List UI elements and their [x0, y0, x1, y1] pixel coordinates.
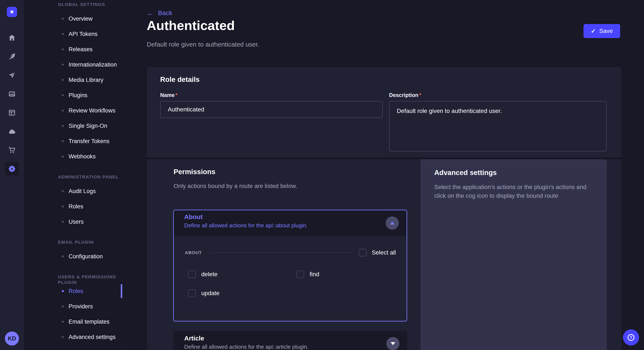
- strapi-logo[interactable]: [7, 7, 17, 17]
- action-label: update: [201, 290, 220, 297]
- save-button[interactable]: ✓ Save: [584, 24, 620, 38]
- update-checkbox[interactable]: [188, 289, 196, 297]
- subnav-item-configuration[interactable]: Configuration: [24, 249, 122, 264]
- save-button-label: Save: [599, 28, 613, 34]
- subnav-item-label: Roles: [68, 203, 83, 210]
- svg-text:?: ?: [630, 335, 632, 340]
- subnav-item-api-tokens[interactable]: API Tokens: [24, 26, 122, 42]
- bullet-icon: [62, 336, 64, 338]
- bullet-icon: [62, 18, 64, 20]
- expand-toggle-button[interactable]: [386, 337, 400, 350]
- subnav-item-single-sign-on[interactable]: Single Sign-On: [24, 118, 122, 134]
- accordion-about: About Define all allowed actions for the…: [173, 210, 407, 322]
- subnav-item-audit-logs[interactable]: Audit Logs: [24, 183, 122, 199]
- cloud-icon[interactable]: [0, 122, 24, 141]
- subnav-item-label: Transfer Tokens: [68, 138, 110, 145]
- action-label: find: [310, 271, 319, 278]
- subnav-item-label: Review Workflows: [68, 107, 116, 114]
- help-button[interactable]: ?: [623, 329, 639, 346]
- subnav-item-transfer-tokens[interactable]: Transfer Tokens: [24, 134, 122, 149]
- subnav-item-label: Advanced settings: [68, 334, 116, 341]
- bullet-icon: [62, 64, 64, 66]
- back-label: Back: [158, 9, 172, 16]
- settings-active-highlight: [5, 162, 19, 176]
- arrow-left-icon: ←: [147, 10, 154, 16]
- subnav-item-advanced-settings[interactable]: Advanced settings: [24, 329, 122, 345]
- back-link[interactable]: ← Back: [147, 9, 172, 16]
- description-textarea[interactable]: Default role given to authenticated user…: [389, 101, 606, 151]
- subnav-item-internationalization[interactable]: Internationalization: [24, 57, 122, 72]
- select-all-checkbox[interactable]: [359, 249, 366, 256]
- permission-action-update: update: [188, 289, 296, 297]
- strapi-logo-icon: [9, 9, 15, 15]
- layout-icon[interactable]: [0, 103, 24, 122]
- group-divider: [210, 252, 352, 253]
- find-checkbox[interactable]: [296, 270, 304, 278]
- home-icon[interactable]: [0, 28, 24, 47]
- bullet-icon: [62, 94, 64, 96]
- page-title: Authenticated: [147, 18, 235, 33]
- name-input[interactable]: [160, 101, 383, 118]
- description-label: Description*: [389, 92, 421, 98]
- subnav-item-label: Webhooks: [68, 153, 96, 160]
- accordion-article-subtitle: Define all allowed actions for the api::…: [184, 344, 308, 350]
- iconbar-bottom-divider: [0, 326, 24, 327]
- check-icon: ✓: [591, 28, 596, 35]
- nav-section-label: ADMINISTRATION PANEL: [24, 174, 122, 180]
- bullet-icon: [62, 305, 64, 308]
- subnav-item-releases[interactable]: Releases: [24, 42, 122, 57]
- nav-section: USERS & PERMISSIONS PLUGINRolesProviders…: [24, 274, 122, 345]
- permission-group-row: ABOUT Select all: [174, 249, 406, 256]
- subnav-item-users[interactable]: Users: [24, 214, 122, 229]
- settings-nav-item[interactable]: [0, 160, 24, 178]
- action-label: delete: [201, 271, 218, 278]
- collapse-toggle-button[interactable]: [386, 216, 399, 230]
- cart-icon[interactable]: [0, 141, 24, 160]
- subnav-item-label: Internationalization: [68, 61, 117, 68]
- media-library-icon[interactable]: [0, 85, 24, 103]
- select-all-label: Select all: [372, 249, 396, 256]
- nav-section: ADMINISTRATION PANELAudit LogsRolesUsers: [24, 174, 122, 229]
- subnav-item-label: Configuration: [68, 253, 103, 260]
- accordion-about-header[interactable]: About Define all allowed actions for the…: [174, 210, 406, 236]
- paper-plane-icon[interactable]: [0, 66, 24, 85]
- bullet-icon: [62, 156, 64, 158]
- feather-icon[interactable]: [0, 47, 24, 66]
- subnav-item-label: Roles: [68, 288, 83, 295]
- nav-section: GLOBAL SETTINGSOverviewAPI TokensRelease…: [24, 2, 122, 164]
- subnav-item-plugins[interactable]: Plugins: [24, 88, 122, 103]
- subnav-item-providers[interactable]: Providers: [24, 299, 122, 314]
- nav-section-label: USERS & PERMISSIONS PLUGIN: [24, 274, 122, 280]
- role-details-title: Role details: [160, 75, 200, 84]
- nav-section-label: GLOBAL SETTINGS: [24, 2, 122, 7]
- delete-checkbox[interactable]: [188, 270, 196, 278]
- subnav-item-review-workflows[interactable]: Review Workflows: [24, 103, 122, 118]
- iconbar-icons: [0, 28, 24, 178]
- nav-section: EMAIL PLUGINConfiguration: [24, 239, 122, 264]
- subnav-item-email-templates[interactable]: Email templates: [24, 314, 122, 329]
- subnav-item-label: Plugins: [68, 92, 88, 99]
- strapi-admin-app: KD GLOBAL SETTINGSOverviewAPI TokensRele…: [0, 0, 644, 350]
- subnav-item-webhooks[interactable]: Webhooks: [24, 149, 122, 164]
- main-icon-sidebar: KD: [0, 0, 24, 350]
- advanced-settings-body: Select the application's actions or the …: [434, 183, 598, 200]
- subnav-item-label: API Tokens: [68, 31, 98, 37]
- subnav-item-overview[interactable]: Overview: [24, 11, 122, 26]
- subnav-item-media-library[interactable]: Media Library: [24, 72, 122, 88]
- subnav-item-label: Email templates: [68, 319, 110, 325]
- permissions-subtitle: Only actions bound by a route are listed…: [174, 183, 297, 189]
- subnav-item-label: Providers: [68, 303, 93, 310]
- subnav-item-label: Media Library: [68, 77, 104, 83]
- accordion-article[interactable]: Article Define all allowed actions for t…: [173, 331, 407, 350]
- user-avatar[interactable]: KD: [5, 332, 19, 346]
- subnav-item-roles[interactable]: Roles: [24, 283, 122, 299]
- question-circle-icon: ?: [627, 333, 635, 342]
- subnav-item-label: Overview: [68, 15, 93, 22]
- subnav-item-roles[interactable]: Roles: [24, 199, 122, 214]
- bullet-icon: [62, 110, 64, 112]
- accordion-article-title: Article: [184, 335, 204, 342]
- required-asterisk: *: [176, 92, 178, 98]
- iconbar-divider: [0, 24, 24, 24]
- bullet-icon: [62, 79, 64, 81]
- permissions-section: Permissions Only actions bound by a rout…: [147, 159, 622, 350]
